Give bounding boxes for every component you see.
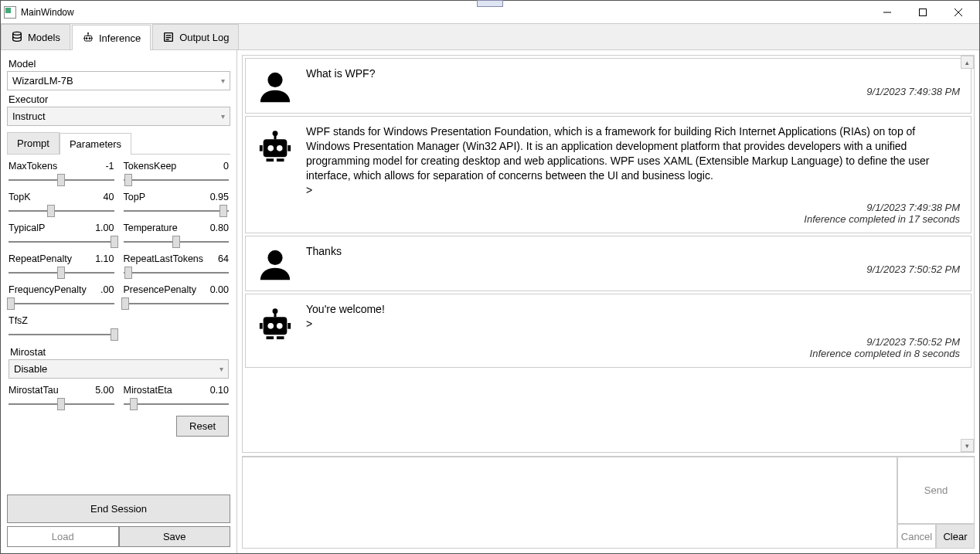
topp-slider[interactable] (124, 204, 230, 218)
message-text: What is WPF? (306, 66, 960, 81)
svg-rect-35 (277, 337, 284, 340)
model-label: Model (9, 58, 230, 70)
minimize-button[interactable] (869, 2, 905, 23)
cancel-button[interactable]: Cancel (897, 524, 936, 549)
executor-label: Executor (9, 93, 230, 105)
tfsz-slider[interactable] (9, 328, 114, 342)
mirostateta-value: 0.10 (210, 385, 229, 396)
scroll-up-button[interactable]: ▴ (961, 56, 974, 69)
model-value: WizardLM-7B (12, 75, 73, 87)
repeatlasttokens-slider[interactable] (124, 266, 230, 280)
message-timestamp: 9/1/2023 7:50:52 PMInference completed i… (306, 336, 960, 359)
user-avatar-icon (257, 244, 294, 283)
svg-rect-33 (288, 323, 291, 329)
tab-models-label: Models (28, 32, 60, 43)
inference-duration: Inference completed in 8 seconds (306, 348, 960, 359)
user-message: Thanks9/1/2023 7:50:52 PM (245, 236, 971, 291)
maximize-button[interactable] (905, 2, 941, 23)
chat-log: ▴ ▾ What is WPF?9/1/2023 7:49:38 PMWPF s… (242, 55, 975, 453)
svg-rect-28 (274, 313, 276, 318)
typicalp-slider[interactable] (9, 235, 114, 249)
svg-rect-22 (260, 145, 263, 151)
repeatlasttokens-value: 64 (218, 253, 229, 264)
send-button[interactable]: Send (897, 457, 975, 524)
tab-output-log[interactable]: Output Log (152, 24, 239, 49)
load-button[interactable]: Load (7, 526, 119, 547)
svg-rect-23 (288, 145, 291, 151)
repeatlasttokens-label: RepeatLastTokens (124, 253, 204, 264)
frequencypenalty-label: FrequencyPenalty (9, 284, 87, 295)
message-input[interactable] (242, 457, 897, 549)
maxtokens-value: -1 (105, 161, 114, 172)
user-avatar-icon (257, 66, 294, 105)
tab-output-log-label: Output Log (179, 32, 229, 43)
mirostattau-value: 5.00 (95, 385, 114, 396)
tab-models[interactable]: Models (1, 24, 70, 49)
executor-value: Instruct (12, 110, 46, 122)
tab-inference[interactable]: Inference (72, 25, 151, 50)
clear-button[interactable]: Clear (936, 524, 975, 549)
tokenskeep-value: 0 (223, 161, 229, 172)
frequencypenalty-slider[interactable] (9, 297, 114, 311)
message-text: You're welcome! > (306, 302, 960, 331)
svg-point-4 (13, 32, 22, 35)
chevron-down-icon: ▾ (221, 112, 225, 121)
typicalp-value: 1.00 (95, 223, 114, 233)
reset-button[interactable]: Reset (176, 416, 229, 437)
svg-rect-18 (274, 135, 276, 140)
tab-inference-label: Inference (99, 32, 141, 44)
scroll-down-button[interactable]: ▾ (961, 439, 974, 452)
svg-point-30 (267, 323, 274, 329)
executor-select[interactable]: Instruct ▾ (7, 107, 230, 126)
subtab-parameters[interactable]: Parameters (60, 133, 131, 155)
maxtokens-slider[interactable] (9, 173, 114, 187)
presencepenalty-label: PresencePenalty (124, 284, 197, 295)
maxtokens-label: MaxTokens (9, 161, 57, 172)
message-text: Thanks (306, 244, 960, 259)
temperature-value: 0.80 (210, 223, 229, 233)
model-select[interactable]: WizardLM-7B ▾ (7, 71, 230, 90)
topk-label: TopK (9, 192, 31, 202)
svg-point-9 (87, 32, 88, 33)
temperature-label: Temperature (124, 223, 178, 233)
message-timestamp: 9/1/2023 7:50:52 PM (306, 263, 960, 275)
presencepenalty-slider[interactable] (124, 297, 230, 311)
svg-point-20 (267, 145, 274, 151)
svg-point-31 (277, 323, 283, 329)
bot-avatar-icon (257, 124, 294, 225)
user-message: What is WPF?9/1/2023 7:49:38 PM (245, 58, 971, 114)
save-button[interactable]: Save (119, 526, 231, 547)
svg-point-16 (267, 73, 282, 87)
composer: Send Cancel Clear (242, 456, 975, 549)
svg-rect-32 (260, 323, 263, 329)
inference-duration: Inference completed in 17 seconds (306, 213, 960, 225)
message-timestamp: 9/1/2023 7:49:38 PMInference completed i… (306, 202, 960, 225)
topk-slider[interactable] (9, 204, 114, 218)
mirostateta-label: MirostatEta (124, 385, 172, 396)
mirostattau-label: MirostatTau (9, 385, 59, 396)
mirostateta-slider[interactable] (124, 397, 230, 411)
mirostattau-slider[interactable] (9, 397, 114, 411)
tokenskeep-slider[interactable] (124, 173, 230, 187)
mirostat-select[interactable]: Disable ▾ (9, 359, 229, 379)
end-session-button[interactable]: End Session (7, 495, 230, 523)
parameters-panel: MaxTokens-1 TokensKeep0 TopK40 TopP0.95 … (7, 155, 230, 488)
chevron-down-icon: ▾ (221, 76, 225, 85)
typicalp-label: TypicalP (9, 223, 45, 233)
temperature-slider[interactable] (124, 235, 230, 249)
close-button[interactable] (941, 2, 976, 23)
topk-value: 40 (104, 192, 114, 202)
svg-point-7 (89, 38, 90, 39)
sidebar: Model WizardLM-7B ▾ Executor Instruct ▾ … (1, 50, 237, 553)
window-drag-handle[interactable] (477, 0, 503, 7)
database-icon (11, 31, 23, 43)
subtab-prompt[interactable]: Prompt (7, 132, 60, 154)
message-text: WPF stands for Windows Presentation Foun… (306, 124, 960, 197)
message-timestamp: 9/1/2023 7:49:38 PM (306, 86, 960, 97)
robot-icon (82, 32, 94, 44)
frequencypenalty-value: .00 (100, 284, 114, 295)
svg-point-21 (277, 145, 283, 151)
svg-rect-25 (277, 158, 284, 161)
repeatpenalty-slider[interactable] (9, 266, 114, 280)
tokenskeep-label: TokensKeep (124, 161, 177, 172)
